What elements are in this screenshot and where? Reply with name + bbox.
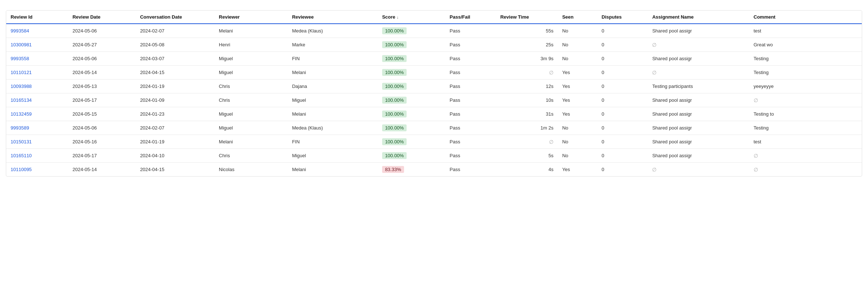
score-badge: 100.00%: [382, 55, 407, 62]
cell-review-id[interactable]: 10165110: [6, 149, 68, 163]
review-id-link[interactable]: 10300981: [11, 42, 32, 47]
review-id-link[interactable]: 9993589: [11, 125, 29, 131]
cell-review-id[interactable]: 10150131: [6, 135, 68, 149]
page-container: Review IdReview DateConversation DateRev…: [0, 0, 868, 286]
null-symbol: ∅: [652, 42, 656, 48]
review-id-link[interactable]: 10150131: [11, 139, 32, 144]
null-symbol: ∅: [754, 167, 758, 173]
cell-reviewer: Miguel: [214, 52, 288, 66]
review-id-link[interactable]: 10165110: [11, 153, 32, 158]
cell-pass-fail: Pass: [445, 66, 496, 80]
cell-seen: No: [558, 38, 597, 52]
cell-reviewer: Melani: [214, 135, 288, 149]
cell-disputes: 0: [597, 163, 648, 177]
cell-reviewee: Melani: [288, 163, 378, 177]
cell-seen: No: [558, 121, 597, 135]
cell-comment: ∅: [749, 93, 862, 107]
header-pass_fail: Pass/Fail: [445, 11, 496, 24]
cell-seen: No: [558, 149, 597, 163]
cell-comment: Great wo: [749, 38, 862, 52]
review-id-link[interactable]: 10110095: [11, 167, 32, 172]
cell-review-time: 10s: [496, 93, 557, 107]
cell-comment: test: [749, 135, 862, 149]
cell-disputes: 0: [597, 149, 648, 163]
cell-conv-date: 2024-04-10: [136, 149, 214, 163]
header-score[interactable]: Score ↓: [378, 11, 445, 24]
cell-assignment-name: Shared pool assigr: [648, 93, 749, 107]
null-symbol: ∅: [754, 97, 758, 103]
cell-assignment-name: Shared pool assigr: [648, 24, 749, 38]
cell-reviewer: Miguel: [214, 107, 288, 121]
cell-seen: No: [558, 52, 597, 66]
cell-assignment-name: Shared pool assigr: [648, 149, 749, 163]
header-disputes: Disputes: [597, 11, 648, 24]
score-badge: 100.00%: [382, 97, 407, 104]
cell-comment: test: [749, 24, 862, 38]
cell-score: 83.33%: [378, 163, 445, 177]
cell-review-time: 4s: [496, 163, 557, 177]
cell-conv-date: 2024-01-23: [136, 107, 214, 121]
header-seen: Seen: [558, 11, 597, 24]
header-review_time: Review Time: [496, 11, 557, 24]
cell-review-id[interactable]: 10300981: [6, 38, 68, 52]
cell-reviewer: Melani: [214, 24, 288, 38]
null-symbol: ∅: [549, 70, 553, 76]
cell-seen: Yes: [558, 107, 597, 121]
cell-conv-date: 2024-02-07: [136, 121, 214, 135]
cell-review-id[interactable]: 10110095: [6, 163, 68, 177]
cell-pass-fail: Pass: [445, 52, 496, 66]
review-id-link[interactable]: 10132459: [11, 111, 32, 117]
cell-reviewer: Chris: [214, 80, 288, 93]
cell-review-time: 31s: [496, 107, 557, 121]
table-row: 101100952024-05-142024-04-15NicolasMelan…: [6, 163, 862, 177]
cell-review-id[interactable]: 9993558: [6, 52, 68, 66]
header-row: Review IdReview DateConversation DateRev…: [6, 11, 862, 24]
cell-review-id[interactable]: 10110121: [6, 66, 68, 80]
cell-review-id[interactable]: 9993589: [6, 121, 68, 135]
cell-review-date: 2024-05-17: [68, 149, 136, 163]
cell-score: 100.00%: [378, 107, 445, 121]
cell-review-id[interactable]: 10093988: [6, 80, 68, 93]
score-badge: 100.00%: [382, 124, 407, 131]
review-id-link[interactable]: 9993558: [11, 56, 29, 61]
cell-review-id[interactable]: 10132459: [6, 107, 68, 121]
cell-review-date: 2024-05-06: [68, 121, 136, 135]
cell-score: 100.00%: [378, 93, 445, 107]
review-id-link[interactable]: 10093988: [11, 84, 32, 89]
cell-conv-date: 2024-01-19: [136, 135, 214, 149]
review-id-link[interactable]: 10165134: [11, 97, 32, 103]
review-id-link[interactable]: 10110121: [11, 70, 32, 75]
score-badge: 100.00%: [382, 83, 407, 90]
cell-disputes: 0: [597, 107, 648, 121]
cell-review-time: 3m 9s: [496, 52, 557, 66]
cell-review-time: 55s: [496, 24, 557, 38]
cell-comment: Testing to: [749, 107, 862, 121]
cell-review-time: 25s: [496, 38, 557, 52]
cell-comment: Testing: [749, 121, 862, 135]
cell-score: 100.00%: [378, 135, 445, 149]
cell-conv-date: 2024-04-15: [136, 66, 214, 80]
table-wrapper: Review IdReview DateConversation DateRev…: [6, 10, 862, 177]
cell-review-id[interactable]: 10165134: [6, 93, 68, 107]
score-badge: 100.00%: [382, 111, 407, 117]
table-row: 99935842024-05-062024-02-07MelaniMedea (…: [6, 24, 862, 38]
cell-score: 100.00%: [378, 121, 445, 135]
cell-seen: Yes: [558, 66, 597, 80]
cell-score: 100.00%: [378, 52, 445, 66]
cell-assignment-name: ∅: [648, 38, 749, 52]
score-badge: 83.33%: [382, 166, 404, 173]
cell-pass-fail: Pass: [445, 38, 496, 52]
cell-review-id[interactable]: 9993584: [6, 24, 68, 38]
table-row: 101324592024-05-152024-01-23MiguelMelani…: [6, 107, 862, 121]
cell-comment: Testing: [749, 66, 862, 80]
cell-reviewer: Miguel: [214, 66, 288, 80]
cell-review-date: 2024-05-06: [68, 24, 136, 38]
cell-score: 100.00%: [378, 66, 445, 80]
table-row: 101651102024-05-172024-04-10ChrisMiguel1…: [6, 149, 862, 163]
table-row: 101651342024-05-172024-01-09ChrisMiguel1…: [6, 93, 862, 107]
cell-disputes: 0: [597, 135, 648, 149]
scores-table: Review IdReview DateConversation DateRev…: [6, 11, 862, 176]
score-badge: 100.00%: [382, 152, 407, 159]
review-id-link[interactable]: 9993584: [11, 28, 29, 34]
table-row: 103009812024-05-272024-05-08HenriMarke10…: [6, 38, 862, 52]
